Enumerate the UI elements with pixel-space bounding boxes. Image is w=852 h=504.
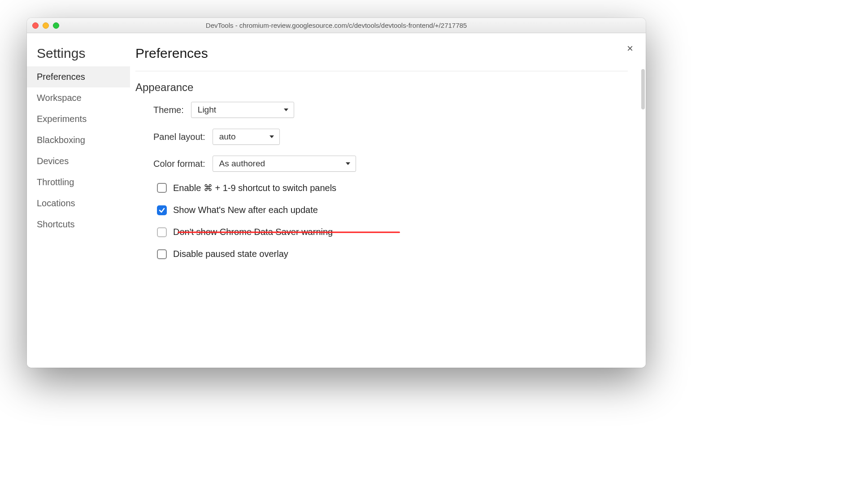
checkbox-enable-shortcut: Enable ⌘ + 1-9 shortcut to switch panels bbox=[157, 182, 628, 193]
chevron-down-icon bbox=[284, 109, 288, 111]
settings-sidebar: Settings Preferences Workspace Experimen… bbox=[27, 33, 130, 368]
panel-layout-select[interactable]: auto bbox=[213, 129, 280, 145]
sidebar-item-devices[interactable]: Devices bbox=[27, 151, 130, 172]
checkbox-icon[interactable] bbox=[157, 227, 167, 237]
minimize-window-button[interactable] bbox=[43, 22, 49, 29]
theme-label: Theme: bbox=[153, 105, 184, 115]
window-controls bbox=[32, 22, 59, 29]
sidebar-item-experiments[interactable]: Experiments bbox=[27, 109, 130, 130]
sidebar-item-shortcuts[interactable]: Shortcuts bbox=[27, 214, 130, 235]
chevron-down-icon bbox=[346, 162, 350, 165]
checkbox-label: Enable ⌘ + 1-9 shortcut to switch panels bbox=[173, 182, 336, 193]
sidebar-heading: Settings bbox=[27, 46, 130, 66]
scrollbar-thumb[interactable] bbox=[641, 69, 645, 109]
checkbox-icon[interactable] bbox=[157, 205, 167, 215]
color-format-select[interactable]: As authored bbox=[213, 156, 356, 172]
window-titlebar: DevTools - chromium-review.googlesource.… bbox=[27, 18, 646, 33]
settings-main: Preferences Appearance Theme: Light Pane… bbox=[130, 33, 646, 368]
checkbox-icon[interactable] bbox=[157, 183, 167, 193]
zoom-window-button[interactable] bbox=[53, 22, 59, 29]
page-title: Preferences bbox=[135, 46, 628, 71]
panel-layout-label: Panel layout: bbox=[153, 132, 205, 142]
checkbox-label: Show What's New after each update bbox=[173, 205, 318, 215]
window-title: DevTools - chromium-review.googlesource.… bbox=[27, 22, 646, 29]
color-format-label: Color format: bbox=[153, 159, 205, 169]
devtools-window: DevTools - chromium-review.googlesource.… bbox=[27, 18, 646, 368]
sidebar-item-workspace[interactable]: Workspace bbox=[27, 87, 130, 109]
section-appearance: Appearance bbox=[135, 81, 628, 94]
sidebar-item-locations[interactable]: Locations bbox=[27, 193, 130, 214]
sidebar-item-throttling[interactable]: Throttling bbox=[27, 172, 130, 193]
color-format-row: Color format: As authored bbox=[153, 156, 628, 172]
theme-select[interactable]: Light bbox=[191, 102, 294, 118]
checkbox-disable-paused-overlay: Disable paused state overlay bbox=[157, 249, 628, 259]
chevron-down-icon bbox=[270, 135, 274, 138]
strikethrough-annotation bbox=[178, 231, 400, 233]
theme-row: Theme: Light bbox=[153, 102, 628, 118]
checkbox-data-saver-warning: Don't show Chrome Data Saver warning bbox=[157, 227, 390, 237]
sidebar-item-blackboxing[interactable]: Blackboxing bbox=[27, 130, 130, 151]
theme-value: Light bbox=[198, 105, 216, 115]
close-window-button[interactable] bbox=[32, 22, 39, 29]
checkbox-show-whats-new: Show What's New after each update bbox=[157, 205, 628, 215]
panel-layout-row: Panel layout: auto bbox=[153, 129, 628, 145]
checkbox-icon[interactable] bbox=[157, 249, 167, 259]
color-format-value: As authored bbox=[219, 159, 265, 169]
settings-panel: × Settings Preferences Workspace Experim… bbox=[27, 33, 646, 368]
checkbox-label: Disable paused state overlay bbox=[173, 249, 288, 259]
sidebar-item-preferences[interactable]: Preferences bbox=[27, 66, 130, 87]
panel-layout-value: auto bbox=[219, 132, 236, 142]
